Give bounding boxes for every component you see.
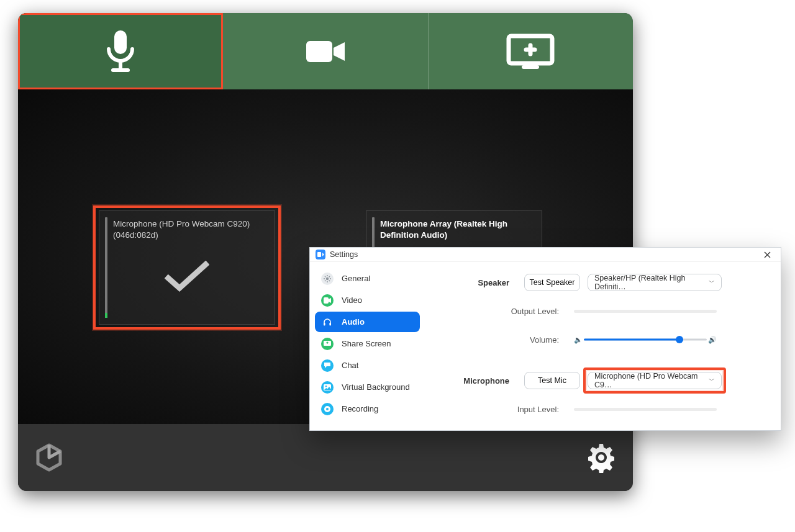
test-speaker-button[interactable]: Test Speaker [524,274,580,291]
input-level-meter [574,408,717,411]
output-level-label: Output Level: [450,307,574,316]
chevron-down-icon: ﹀ [709,376,715,385]
microphone-icon [102,29,139,74]
video-camera-icon [304,37,347,66]
gear-icon [586,442,617,473]
sidebar-label: Recording [342,404,378,413]
close-button[interactable] [758,248,776,261]
zoom-app-icon [316,250,325,259]
microphone-section-label: Microphone [450,376,524,385]
app-footer [18,424,633,491]
tab-video[interactable] [223,13,428,89]
svg-point-8 [326,277,329,279]
speaker-device-value: Speaker/HP (Realtek High Definiti… [594,274,709,291]
sidebar-item-general[interactable]: General [315,268,420,289]
microphone-device-dropdown[interactable]: Microphone (HD Pro Webcam C9… ﹀ [588,372,722,389]
mic-source-selected-title: Microphone (HD Pro Webcam C920) [113,219,266,230]
volume-slider[interactable]: 🔈 🔊 [574,333,717,346]
tab-audio[interactable] [18,13,223,89]
sidebar-label: Chat [342,361,358,370]
microphone-device-value: Microphone (HD Pro Webcam C9… [594,372,709,389]
close-icon [764,251,771,258]
volume-label: Volume: [450,335,574,345]
share-screen-icon [506,34,555,70]
svg-rect-9 [324,297,329,304]
sidebar-label: General [342,274,370,283]
sidebar-label: Virtual Background [342,382,410,392]
sidebar-label: Video [342,295,362,305]
picture-icon [321,381,334,394]
svg-rect-0 [114,30,127,54]
share-screen-small-icon [321,338,334,350]
check-icon [165,261,209,293]
headset-icon [321,316,334,328]
svg-point-14 [325,385,327,387]
speaker-section-label: Speaker [450,278,524,287]
mic-source-selected-sub: (046d:082d) [113,230,266,241]
sidebar-item-chat[interactable]: Chat [315,355,420,376]
sidebar-item-share-screen[interactable]: Share Screen [315,333,420,354]
sidebar-label: Audio [342,317,365,327]
mic-source-other-title: Microphone Array (Realtek High Definitio… [380,219,533,241]
sidebar-item-audio[interactable]: Audio [315,312,420,332]
settings-window-title: Settings [330,250,358,259]
gear-icon [321,273,334,285]
svg-point-16 [326,408,329,410]
source-tabs [18,13,633,89]
settings-titlebar: Settings [310,248,781,262]
settings-window: Settings General Video [309,247,781,431]
app-logo-icon [34,443,64,472]
settings-content: Speaker Test Speaker Speaker/HP (Realtek… [425,262,781,432]
tab-share-screen[interactable] [429,13,633,89]
speaker-device-dropdown[interactable]: Speaker/HP (Realtek High Definiti… ﹀ [588,274,722,291]
settings-sidebar: General Video Audio Share Screen [310,262,425,432]
record-icon [321,403,334,415]
chat-icon [321,359,334,372]
output-level-meter [574,310,717,313]
sidebar-label: Share Screen [342,339,391,348]
sidebar-item-virtual-background[interactable]: Virtual Background [315,377,420,397]
sidebar-item-video[interactable]: Video [315,290,420,310]
svg-rect-10 [324,323,325,326]
svg-rect-3 [306,41,332,62]
input-level-label: Input Level: [450,405,574,414]
mic-source-selected-card[interactable]: Microphone (HD Pro Webcam C920) (046d:08… [99,210,275,325]
svg-rect-11 [329,323,331,326]
test-mic-button[interactable]: Test Mic [524,372,580,389]
settings-button[interactable] [586,442,617,473]
video-camera-icon [321,294,334,307]
volume-low-icon: 🔈 [574,336,583,344]
volume-high-icon: 🔊 [708,336,717,344]
sidebar-item-recording[interactable]: Recording [315,399,420,419]
chevron-down-icon: ﹀ [709,278,715,287]
